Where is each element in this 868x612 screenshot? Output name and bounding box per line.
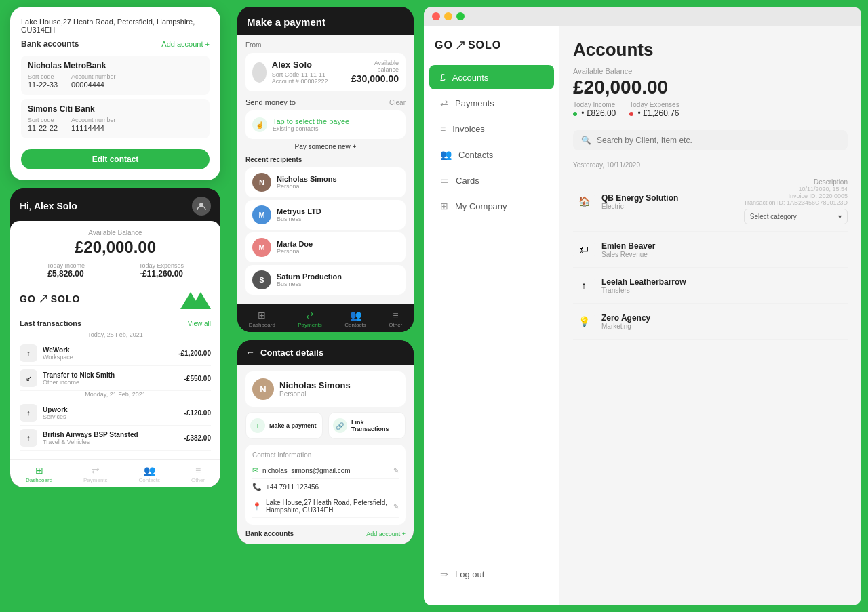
income-expenses: Today Income £5,826.00 Today Expenses -£…: [20, 262, 211, 279]
sidebar-item-contacts[interactable]: 👥 Contacts: [429, 142, 554, 167]
payment-title: Make a payment: [247, 16, 404, 28]
select-category-label: Select category: [750, 213, 797, 220]
payment-other-icon: ≡: [393, 310, 398, 321]
bank2-sort-code-label: Sort code: [28, 117, 58, 123]
payment-dashboard-icon: ⊞: [258, 310, 266, 321]
desktop-tx-right-qb: Description 10/11/2020, 15:54 Invoice ID…: [744, 178, 848, 224]
cards-icon: ▭: [440, 175, 449, 186]
from-user-row: Alex Solo Sort Code 11-11-11 Account # 0…: [252, 60, 399, 85]
bank1-details: Sort code 11-22-33 Account number 000044…: [28, 73, 203, 89]
bank1-sort-code: 11-22-33: [28, 81, 58, 89]
desktop-tx-name-zero: Zero Agency: [601, 313, 848, 323]
sidebar-item-my-company[interactable]: ⊞ My Company: [429, 194, 554, 218]
from-balance-section: Available balance £30,000.00: [351, 60, 399, 84]
nav-payments[interactable]: ⇄ Payments: [83, 465, 108, 483]
contact-person-type: Personal: [279, 390, 351, 398]
nav-contacts[interactable]: 👥 Contacts: [139, 465, 161, 483]
tx-amount-nick: -£550.00: [184, 375, 211, 382]
add-account-bottom-link[interactable]: Add account +: [366, 531, 406, 537]
bank2-name: Simons Citi Bank: [28, 104, 203, 114]
sidebar-item-accounts[interactable]: £ Accounts: [429, 65, 554, 89]
nav-dashboard[interactable]: ⊞ Dashboard: [26, 465, 52, 483]
payee-tap-icon: ☝: [252, 117, 267, 132]
avatar: [192, 197, 211, 216]
desktop-tx-info-emlen: Emlen Beaver Sales Revenue: [601, 241, 848, 258]
link-transactions-icon: 🔗: [333, 418, 347, 433]
payments-icon: ⇄: [440, 98, 448, 108]
sort-code-value: 11-11-11: [301, 71, 326, 78]
desktop-main: Accounts Available Balance £20,000.00 To…: [559, 26, 861, 605]
back-arrow-icon[interactable]: ←: [245, 347, 255, 358]
tx-date-1: Today, 25 Feb, 2021: [20, 331, 211, 338]
recipient-nicholas[interactable]: N Nicholas Simons Personal: [245, 167, 406, 197]
contact-address: Lake House,27 Heath Road, Petersfield, H…: [21, 18, 210, 34]
close-window-button[interactable]: [432, 12, 440, 20]
sidebar-item-invoices[interactable]: ≡ Invoices: [429, 117, 554, 141]
main-income-expenses: Today Income • £826.00 Today Expenses • …: [573, 101, 848, 118]
desktop-tx-cat-emlen: Sales Revenue: [601, 251, 848, 258]
payee-selector[interactable]: ☝ Tap to select the payee Existing conta…: [245, 110, 406, 139]
payment-contacts-label: Contacts: [344, 322, 366, 328]
recipient-saturn-name: Saturn Production: [277, 272, 342, 281]
tx-name-upwork: Upwork: [43, 406, 184, 413]
recipient-nicholas-name: Nicholas Simons: [277, 175, 337, 183]
recipient-marta[interactable]: M Marta Doe Personal: [245, 232, 406, 262]
from-user-details: Alex Solo Sort Code 11-11-11 Account # 0…: [272, 60, 351, 85]
link-transactions-btn[interactable]: 🔗 Link Transactions: [328, 412, 406, 439]
contacts-nav-icon: 👥: [144, 465, 155, 476]
sidebar-item-cards[interactable]: ▭ Cards: [429, 168, 554, 192]
bank1-account-number: 00004444: [71, 81, 104, 89]
tx-info-ba: British Airways BSP Stansted Travel & Ve…: [43, 431, 184, 445]
address-edit-icon[interactable]: ✎: [393, 503, 399, 510]
tx-amount-upwork: -£120.00: [184, 409, 211, 417]
my-company-icon: ⊞: [440, 201, 448, 211]
payment-nav-contacts[interactable]: 👥 Contacts: [344, 310, 366, 328]
payment-payments-icon: ⇄: [306, 310, 314, 321]
contacts-nav-label: Contacts: [139, 477, 161, 483]
payment-dashboard-label: Dashboard: [249, 322, 275, 328]
tx-info-nick: Transfer to Nick Smith Other income: [43, 371, 184, 386]
contact-information-title: Contact Information: [252, 451, 399, 459]
bank-item-1: Nicholas MetroBank Sort code 11-22-33 Ac…: [21, 56, 210, 95]
main-header: Accounts: [559, 26, 861, 67]
email-edit-icon[interactable]: ✎: [393, 467, 399, 474]
minimize-window-button[interactable]: [444, 12, 452, 20]
contacts-icon: 👥: [440, 149, 452, 160]
view-all-link[interactable]: View all: [188, 320, 211, 327]
maximize-window-button[interactable]: [456, 12, 465, 20]
contact-person-avatar: N: [252, 378, 274, 400]
income-label: Today Income: [47, 262, 85, 269]
greeting-name: Alex Solo: [34, 201, 77, 211]
add-account-link[interactable]: Add account +: [161, 40, 210, 48]
sidebar-item-payments[interactable]: ⇄ Payments: [429, 91, 554, 115]
clear-link[interactable]: Clear: [389, 99, 406, 106]
edit-contact-button[interactable]: Edit contact: [21, 149, 210, 169]
desktop-tx-date-qb: 10/11/2020, 15:54: [744, 186, 848, 192]
payment-nav-dashboard[interactable]: ⊞ Dashboard: [249, 310, 275, 328]
search-input[interactable]: [597, 136, 840, 145]
contact-person-info: Nicholas Simons Personal: [279, 380, 351, 398]
send-money-label: Send money to: [245, 98, 296, 106]
contact-email-row: ✉ nicholas_simons@gmail.com ✎: [252, 463, 399, 479]
logout-item[interactable]: ⇒ Log out: [435, 563, 549, 585]
recipient-saturn[interactable]: S Saturn Production Business: [245, 265, 406, 295]
recipient-marta-avatar: M: [252, 238, 271, 257]
nav-other[interactable]: ≡ Other: [191, 465, 205, 483]
dashboard-header: Hi, Alex Solo: [10, 188, 220, 221]
select-category-chevron-icon: ▾: [838, 213, 842, 220]
sidebar-payments-label: Payments: [455, 98, 494, 108]
payment-nav-other[interactable]: ≡ Other: [389, 310, 402, 328]
payee-placeholder: Tap to select the payee: [273, 117, 349, 125]
make-payment-btn[interactable]: + Make a payment: [245, 412, 323, 439]
recipient-metryus-type: Business: [277, 216, 321, 222]
contact-phone-row: 📞 +44 7911 123456: [252, 479, 399, 495]
main-balance: £20,000.00: [573, 77, 848, 98]
from-label: From: [245, 41, 406, 49]
pay-someone-new-link[interactable]: Pay someone new +: [245, 143, 406, 150]
contact-phone-card: Lake House,27 Heath Road, Petersfield, H…: [10, 7, 220, 180]
payment-nav-payments[interactable]: ⇄ Payments: [298, 310, 322, 328]
recipient-metryus[interactable]: M Metryus LTD Business: [245, 200, 406, 230]
main-income-label: Today Income: [573, 101, 616, 108]
from-user-info: Alex Solo Sort Code 11-11-11 Account # 0…: [252, 60, 351, 85]
select-category-qb[interactable]: Select category ▾: [744, 209, 848, 224]
